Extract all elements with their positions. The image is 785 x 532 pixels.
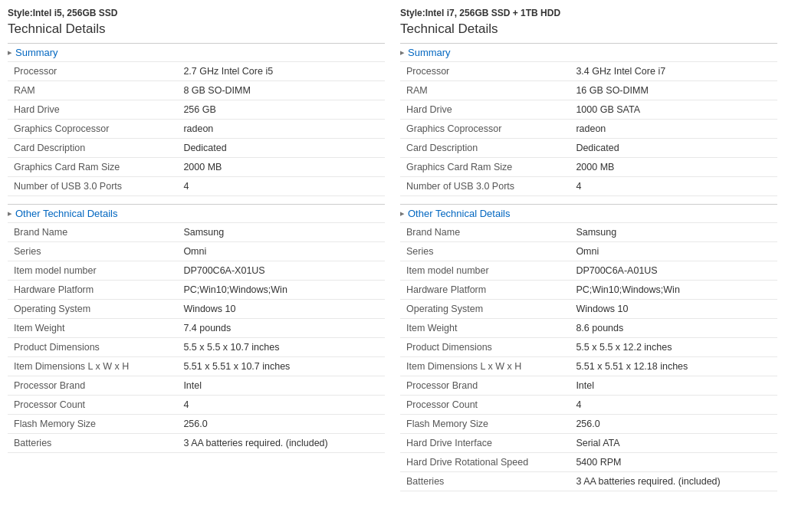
left-other-link[interactable]: Other Technical Details	[15, 208, 117, 219]
right-section-title: Technical Details	[400, 21, 777, 37]
row-value: 2000 MB	[177, 158, 385, 177]
row-value: 1000 GB SATA	[570, 100, 777, 120]
table-row: Batteries3 AA batteries required. (inclu…	[400, 472, 777, 491]
table-row: Card DescriptionDedicated	[8, 139, 385, 158]
row-label: Brand Name	[8, 223, 177, 242]
row-value: Intel	[177, 376, 385, 396]
row-label: Item model number	[8, 261, 177, 281]
row-label: Brand Name	[400, 223, 570, 242]
row-value: radeon	[177, 120, 385, 139]
row-value: 4	[570, 177, 777, 196]
row-label: Graphics Coprocessor	[400, 120, 570, 139]
row-value: 5.5 x 5.5 x 10.7 inches	[177, 338, 385, 357]
row-label: Card Description	[8, 139, 177, 158]
table-row: Hard Drive256 GB	[8, 100, 385, 120]
right-summary-link[interactable]: Summary	[408, 47, 451, 58]
row-label: Operating System	[8, 300, 177, 319]
table-row: Batteries3 AA batteries required. (inclu…	[8, 434, 385, 453]
row-value: 4	[570, 396, 777, 415]
row-label: Flash Memory Size	[8, 415, 177, 434]
right-style-label: Style:Intel i7, 256GB SSD + 1TB HDD	[400, 8, 777, 18]
row-value: Samsung	[570, 223, 777, 242]
row-value: DP700C6A-X01US	[177, 261, 385, 281]
table-row: Brand NameSamsung	[8, 223, 385, 242]
table-row: RAM8 GB SO-DIMM	[8, 81, 385, 100]
table-row: Item Weight7.4 pounds	[8, 319, 385, 338]
table-row: Processor2.7 GHz Intel Core i5	[8, 62, 385, 81]
table-row: Operating SystemWindows 10	[400, 300, 777, 319]
table-row: Item Dimensions L x W x H5.51 x 5.51 x 1…	[400, 357, 777, 376]
row-value: Serial ATA	[570, 434, 777, 453]
row-label: Flash Memory Size	[400, 415, 570, 434]
row-value: 3 AA batteries required. (included)	[570, 472, 777, 491]
left-summary-link[interactable]: Summary	[15, 47, 58, 58]
row-value: 5.5 x 5.5 x 12.2 inches	[570, 338, 777, 357]
row-value: 3.4 GHz Intel Core i7	[570, 62, 777, 81]
row-label: Graphics Coprocessor	[8, 120, 177, 139]
table-row: Processor BrandIntel	[400, 376, 777, 396]
left-summary-bullet: ▸	[8, 48, 12, 57]
table-row: Processor BrandIntel	[8, 376, 385, 396]
row-value: Intel	[570, 376, 777, 396]
row-label: Series	[8, 242, 177, 261]
row-value: radeon	[570, 120, 777, 139]
row-label: Item Weight	[400, 319, 570, 338]
right-other-group: ▸ Other Technical Details Brand NameSams…	[400, 204, 777, 491]
table-row: Hard Drive1000 GB SATA	[400, 100, 777, 120]
right-summary-group: ▸ Summary Processor3.4 GHz Intel Core i7…	[400, 43, 777, 196]
table-row: Number of USB 3.0 Ports4	[400, 177, 777, 196]
right-summary-bullet: ▸	[400, 48, 405, 57]
left-panel: Style:Intel i5, 256GB SSD Technical Deta…	[8, 8, 385, 499]
row-value: 8.6 pounds	[570, 319, 777, 338]
row-value: 5.51 x 5.51 x 12.18 inches	[570, 357, 777, 376]
row-value: 5400 RPM	[570, 453, 777, 472]
main-container: Style:Intel i5, 256GB SSD Technical Deta…	[8, 8, 777, 499]
row-value: Windows 10	[177, 300, 385, 319]
row-label: Item Weight	[8, 319, 177, 338]
row-label: Graphics Card Ram Size	[8, 158, 177, 177]
row-value: 256.0	[177, 415, 385, 434]
row-value: Samsung	[177, 223, 385, 242]
row-value: PC;Win10;Windows;Win	[177, 281, 385, 300]
table-row: Processor Count4	[400, 396, 777, 415]
row-label: RAM	[400, 81, 570, 100]
row-value: Dedicated	[570, 139, 777, 158]
row-label: Hard Drive Rotational Speed	[400, 453, 570, 472]
left-section-title: Technical Details	[8, 21, 385, 37]
row-label: Hard Drive Interface	[400, 434, 570, 453]
row-value: Dedicated	[177, 139, 385, 158]
table-row: Hardware PlatformPC;Win10;Windows;Win	[400, 281, 777, 300]
right-other-header: ▸ Other Technical Details	[400, 204, 777, 222]
table-row: Graphics Card Ram Size2000 MB	[8, 158, 385, 177]
table-row: Product Dimensions5.5 x 5.5 x 12.2 inche…	[400, 338, 777, 357]
row-value: 7.4 pounds	[177, 319, 385, 338]
table-row: Product Dimensions5.5 x 5.5 x 10.7 inche…	[8, 338, 385, 357]
row-label: Processor Brand	[8, 376, 177, 396]
table-row: Operating SystemWindows 10	[8, 300, 385, 319]
row-value: 3 AA batteries required. (included)	[177, 434, 385, 453]
table-row: Hard Drive InterfaceSerial ATA	[400, 434, 777, 453]
left-summary-group: ▸ Summary Processor2.7 GHz Intel Core i5…	[8, 43, 385, 196]
row-label: Number of USB 3.0 Ports	[8, 177, 177, 196]
table-row: Number of USB 3.0 Ports4	[8, 177, 385, 196]
row-label: Card Description	[400, 139, 570, 158]
row-value: 256 GB	[177, 100, 385, 120]
row-label: Product Dimensions	[8, 338, 177, 357]
row-value: 4	[177, 396, 385, 415]
row-label: Series	[400, 242, 570, 261]
table-row: Processor3.4 GHz Intel Core i7	[400, 62, 777, 81]
right-summary-table: Processor3.4 GHz Intel Core i7RAM16 GB S…	[400, 61, 777, 196]
left-summary-table: Processor2.7 GHz Intel Core i5RAM8 GB SO…	[8, 61, 385, 196]
table-row: Graphics Card Ram Size2000 MB	[400, 158, 777, 177]
row-label: Hard Drive	[8, 100, 177, 120]
row-label: Processor	[8, 62, 177, 81]
row-label: Item model number	[400, 261, 570, 281]
row-value: PC;Win10;Windows;Win	[570, 281, 777, 300]
left-other-table: Brand NameSamsungSeriesOmniItem model nu…	[8, 222, 385, 453]
row-value: 8 GB SO-DIMM	[177, 81, 385, 100]
right-other-link[interactable]: Other Technical Details	[408, 208, 510, 219]
row-value: 256.0	[570, 415, 777, 434]
table-row: Item Dimensions L x W x H5.51 x 5.51 x 1…	[8, 357, 385, 376]
row-label: Item Dimensions L x W x H	[400, 357, 570, 376]
row-label: Processor	[400, 62, 570, 81]
